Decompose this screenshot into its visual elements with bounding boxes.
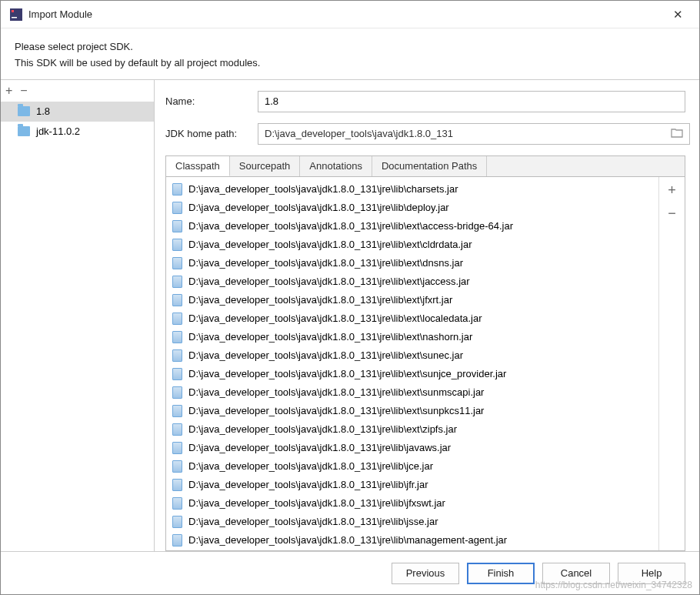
classpath-panel: D:\java_developer_tools\java\jdk1.8.0_13… [165,176,685,551]
sdk-item-1-8[interactable]: 1.8 [1,102,154,122]
jar-icon [172,368,182,380]
jar-icon [172,442,182,454]
content: Name: JDK home path: D:\java_developer_t… [155,80,699,551]
jar-icon [172,534,182,547]
jar-icon [172,460,182,473]
jar-icon [172,257,182,269]
header-text: Please select project SDK. This SDK will… [1,28,699,79]
classpath-path: D:\java_developer_tools\java\jdk1.8.0_13… [188,220,513,232]
tab-annotations[interactable]: Annotations [300,156,372,176]
classpath-path: D:\java_developer_tools\java\jdk1.8.0_13… [188,183,458,195]
folder-icon [18,126,30,136]
jar-icon [172,294,182,306]
home-path-field[interactable]: D:\java_developer_tools\java\jdk1.8.0_13… [258,123,690,145]
jar-icon [172,405,182,417]
classpath-item[interactable]: D:\java_developer_tools\java\jdk1.8.0_13… [166,236,658,254]
window-title: Import Module [28,8,662,20]
classpath-path: D:\java_developer_tools\java\jdk1.8.0_13… [188,239,472,250]
classpath-path: D:\java_developer_tools\java\jdk1.8.0_13… [188,294,452,306]
classpath-path: D:\java_developer_tools\java\jdk1.8.0_13… [188,460,433,472]
classpath-path: D:\java_developer_tools\java\jdk1.8.0_13… [188,479,428,490]
classpath-item[interactable]: D:\java_developer_tools\java\jdk1.8.0_13… [166,513,658,531]
classpath-path: D:\java_developer_tools\java\jdk1.8.0_13… [188,497,445,509]
jar-icon [172,349,182,362]
header-line-1: Please select project SDK. [15,39,685,55]
sdk-list: 1.8jdk-11.0.2 [1,102,154,551]
classpath-item[interactable]: D:\java_developer_tools\java\jdk1.8.0_13… [166,309,658,328]
jar-icon [172,202,182,214]
name-row: Name: [165,91,685,112]
add-sdk-button[interactable]: + [5,85,12,97]
classpath-item[interactable]: D:\java_developer_tools\java\jdk1.8.0_13… [166,550,658,550]
tab-sourcepath[interactable]: Sourcepath [230,156,301,176]
classpath-path: D:\java_developer_tools\java\jdk1.8.0_13… [188,313,482,324]
classpath-path: D:\java_developer_tools\java\jdk1.8.0_13… [188,276,470,287]
tabs: ClasspathSourcepathAnnotationsDocumentat… [165,155,685,176]
finish-button[interactable]: Finish [467,563,535,584]
main: + − 1.8jdk-11.0.2 Name: JDK home path: D… [1,79,699,551]
folder-icon [18,106,30,116]
classpath-item[interactable]: D:\java_developer_tools\java\jdk1.8.0_13… [166,457,658,476]
sdk-item-label: 1.8 [36,105,50,117]
classpath-item[interactable]: D:\java_developer_tools\java\jdk1.8.0_13… [166,328,658,346]
svg-rect-1 [12,10,14,12]
remove-sdk-button[interactable]: − [20,85,27,97]
classpath-path: D:\java_developer_tools\java\jdk1.8.0_13… [188,405,484,416]
jar-icon [172,497,182,510]
classpath-item[interactable]: D:\java_developer_tools\java\jdk1.8.0_13… [166,254,658,272]
classpath-item[interactable]: D:\java_developer_tools\java\jdk1.8.0_13… [166,383,658,402]
classpath-item[interactable]: D:\java_developer_tools\java\jdk1.8.0_13… [166,439,658,457]
classpath-item[interactable]: D:\java_developer_tools\java\jdk1.8.0_13… [166,346,658,365]
jar-icon [172,479,182,491]
previous-button[interactable]: Previous [392,563,459,584]
classpath-item[interactable]: D:\java_developer_tools\java\jdk1.8.0_13… [166,420,658,439]
jar-icon [172,313,182,325]
sdk-sidebar: + − 1.8jdk-11.0.2 [1,80,155,551]
classpath-item[interactable]: D:\java_developer_tools\java\jdk1.8.0_13… [166,217,658,236]
jar-icon [172,386,182,399]
classpath-item[interactable]: D:\java_developer_tools\java\jdk1.8.0_13… [166,402,658,420]
name-input[interactable] [258,91,685,112]
classpath-path: D:\java_developer_tools\java\jdk1.8.0_13… [188,386,484,398]
sdk-toolbar: + − [1,80,154,102]
classpath-path: D:\java_developer_tools\java\jdk1.8.0_13… [188,442,451,453]
classpath-path: D:\java_developer_tools\java\jdk1.8.0_13… [188,423,457,435]
titlebar: Import Module ✕ [1,1,699,28]
jar-icon [172,183,182,196]
jar-icon [172,516,182,528]
classpath-item[interactable]: D:\java_developer_tools\java\jdk1.8.0_13… [166,365,658,383]
sdk-item-label: jdk-11.0.2 [36,125,80,137]
classpath-list[interactable]: D:\java_developer_tools\java\jdk1.8.0_13… [166,177,658,550]
classpath-path: D:\java_developer_tools\java\jdk1.8.0_13… [188,516,438,527]
classpath-item[interactable]: D:\java_developer_tools\java\jdk1.8.0_13… [166,531,658,550]
classpath-path: D:\java_developer_tools\java\jdk1.8.0_13… [188,202,449,213]
home-label: JDK home path: [165,128,258,139]
svg-rect-2 [12,17,17,18]
jar-icon [172,423,182,436]
browse-home-icon[interactable] [668,128,685,140]
tab-documentation-paths[interactable]: Documentation Paths [372,156,487,176]
classpath-path: D:\java_developer_tools\java\jdk1.8.0_13… [188,257,463,269]
jar-icon [172,276,182,288]
classpath-path: D:\java_developer_tools\java\jdk1.8.0_13… [188,534,507,546]
tab-classpath[interactable]: Classpath [166,156,230,176]
classpath-item[interactable]: D:\java_developer_tools\java\jdk1.8.0_13… [166,476,658,494]
app-icon [10,8,22,21]
footer: Previous Finish Cancel Help [1,551,699,594]
sdk-item-jdk-11-0-2[interactable]: jdk-11.0.2 [1,122,154,142]
classpath-path: D:\java_developer_tools\java\jdk1.8.0_13… [188,349,463,361]
classpath-item[interactable]: D:\java_developer_tools\java\jdk1.8.0_13… [166,272,658,291]
jar-icon [172,331,182,343]
add-classpath-button[interactable]: + [668,183,676,197]
close-button[interactable]: ✕ [662,8,693,22]
classpath-toolbar: + − [658,177,685,550]
header-line-2: This SDK will be used by default by all … [15,55,685,72]
classpath-item[interactable]: D:\java_developer_tools\java\jdk1.8.0_13… [166,199,658,217]
help-button[interactable]: Help [618,563,685,584]
classpath-item[interactable]: D:\java_developer_tools\java\jdk1.8.0_13… [166,494,658,513]
cancel-button[interactable]: Cancel [542,563,610,584]
remove-classpath-button[interactable]: − [668,206,676,220]
home-row: JDK home path: D:\java_developer_tools\j… [165,123,685,145]
classpath-item[interactable]: D:\java_developer_tools\java\jdk1.8.0_13… [166,291,658,309]
classpath-item[interactable]: D:\java_developer_tools\java\jdk1.8.0_13… [166,180,658,199]
